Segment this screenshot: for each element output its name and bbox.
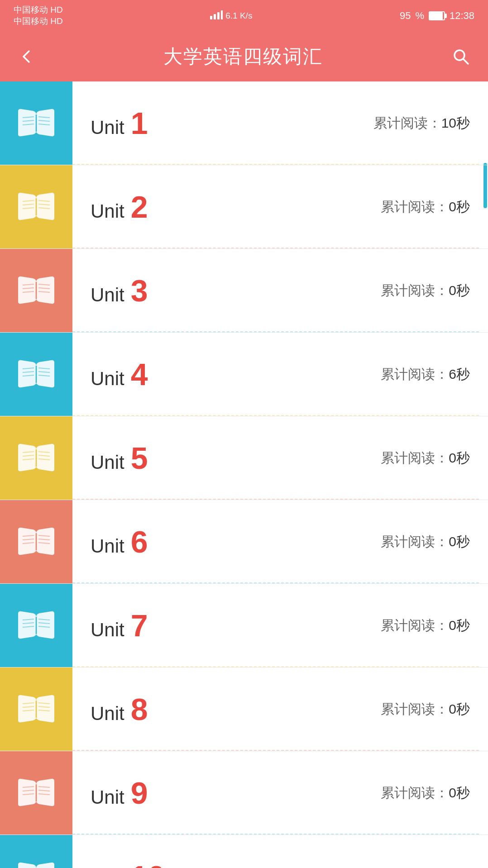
unit-word: Unit: [91, 703, 124, 725]
unit-item-2[interactable]: Unit 2 累计阅读：0秒: [0, 165, 488, 249]
unit-item-4[interactable]: Unit 4 累计阅读：6秒: [0, 333, 488, 416]
unit-label-5: Unit 5: [91, 443, 148, 473]
unit-number-10: 10: [131, 861, 165, 868]
unit-list: Unit 1 累计阅读：10秒: [0, 81, 488, 868]
reading-label: 累计阅读：: [373, 115, 441, 130]
unit-reading-8: 累计阅读：0秒: [381, 700, 470, 719]
unit-item-1[interactable]: Unit 1 累计阅读：10秒: [0, 81, 488, 165]
unit-icon-bg-9: [0, 751, 72, 835]
unit-number-3: 3: [131, 275, 148, 306]
unit-word: Unit: [91, 619, 124, 641]
reading-value-7: 0秒: [449, 618, 470, 633]
unit-number-6: 6: [131, 526, 148, 557]
reading-value-6: 0秒: [449, 534, 470, 549]
svg-rect-3: [221, 10, 223, 19]
reading-label: 累计阅读：: [381, 701, 449, 716]
unit-number-2: 2: [131, 191, 148, 222]
battery-icon: [429, 11, 445, 20]
unit-label-7: Unit 7: [91, 610, 148, 641]
unit-label-4: Unit 4: [91, 359, 148, 390]
unit-number-1: 1: [131, 108, 148, 138]
svg-line-5: [463, 59, 468, 64]
reading-value-9: 0秒: [449, 785, 470, 800]
book-icon-9: [16, 776, 57, 810]
unit-reading-6: 累计阅读：0秒: [381, 533, 470, 551]
search-button[interactable]: [452, 48, 470, 66]
book-icon-10: [16, 860, 57, 868]
unit-label-10: Unit 10: [91, 861, 165, 868]
unit-label-1: Unit 1: [91, 108, 148, 138]
reading-label: 累计阅读：: [381, 618, 449, 633]
page-title: 大学英语四级词汇: [163, 44, 323, 69]
carrier1-label: 中国移动 HD: [14, 5, 63, 16]
book-icon-4: [16, 358, 57, 391]
unit-content-1: Unit 1 累计阅读：10秒: [72, 81, 488, 165]
unit-icon-bg-7: [0, 584, 72, 667]
unit-number-8: 8: [131, 694, 148, 725]
book-icon-7: [16, 609, 57, 643]
unit-content-3: Unit 3 累计阅读：0秒: [72, 249, 488, 332]
unit-icon-bg-8: [0, 668, 72, 751]
unit-content-8: Unit 8 累计阅读：0秒: [72, 668, 488, 751]
reading-label: 累计阅读：: [381, 450, 449, 465]
unit-word: Unit: [91, 368, 124, 390]
book-icon-6: [16, 525, 57, 559]
unit-number-4: 4: [131, 359, 148, 390]
unit-word: Unit: [91, 535, 124, 557]
unit-item-3[interactable]: Unit 3 累计阅读：0秒: [0, 249, 488, 333]
time-display: 12:38: [450, 10, 474, 22]
unit-reading-3: 累计阅读：0秒: [381, 281, 470, 300]
unit-reading-4: 累计阅读：6秒: [381, 365, 470, 384]
unit-item-5[interactable]: Unit 5 累计阅读：0秒: [0, 416, 488, 500]
reading-value-5: 0秒: [449, 450, 470, 465]
unit-content-5: Unit 5 累计阅读：0秒: [72, 416, 488, 500]
carrier-info: 中国移动 HD 中国移动 HD: [14, 5, 63, 27]
unit-content-2: Unit 2 累计阅读：0秒: [72, 165, 488, 248]
reading-label: 累计阅读：: [381, 283, 449, 298]
unit-number-9: 9: [131, 777, 148, 808]
speed-label: 6.1 K/s: [225, 11, 252, 21]
book-icon-3: [16, 274, 57, 308]
unit-item-10[interactable]: Unit 10 累计阅读：0秒: [0, 835, 488, 868]
unit-reading-1: 累计阅读：10秒: [373, 114, 470, 133]
reading-label: 累计阅读：: [381, 199, 449, 214]
status-bar: 中国移动 HD 中国移动 HD 6.1 K/s 95% 12:38: [0, 0, 488, 32]
book-icon-5: [16, 441, 57, 475]
svg-rect-2: [217, 12, 220, 19]
unit-word: Unit: [91, 117, 124, 138]
carrier2-label: 中国移动 HD: [14, 16, 63, 27]
unit-icon-bg-1: [0, 81, 72, 165]
unit-item-6[interactable]: Unit 6 累计阅读：0秒: [0, 500, 488, 584]
unit-number-7: 7: [131, 610, 148, 641]
book-icon-2: [16, 190, 57, 224]
unit-label-3: Unit 3: [91, 275, 148, 306]
unit-content-9: Unit 9 累计阅读：0秒: [72, 751, 488, 835]
unit-icon-bg-2: [0, 165, 72, 248]
reading-value-2: 0秒: [449, 199, 470, 214]
reading-label: 累计阅读：: [381, 367, 449, 382]
reading-value-4: 6秒: [449, 367, 470, 382]
unit-reading-7: 累计阅读：0秒: [381, 616, 470, 635]
unit-content-7: Unit 7 累计阅读：0秒: [72, 584, 488, 667]
reading-value-3: 0秒: [449, 283, 470, 298]
unit-label-8: Unit 8: [91, 694, 148, 725]
reading-value-8: 0秒: [449, 701, 470, 716]
unit-icon-bg-4: [0, 333, 72, 416]
unit-icon-bg-10: [0, 835, 72, 868]
unit-label-6: Unit 6: [91, 526, 148, 557]
reading-label: 累计阅读：: [381, 534, 449, 549]
unit-item-9[interactable]: Unit 9 累计阅读：0秒: [0, 751, 488, 835]
unit-content-10: Unit 10 累计阅读：0秒: [72, 835, 488, 868]
time-battery: 95% 12:38: [400, 10, 474, 22]
unit-word: Unit: [91, 787, 124, 808]
book-icon-1: [16, 106, 57, 140]
unit-label-2: Unit 2: [91, 191, 148, 222]
unit-item-7[interactable]: Unit 7 累计阅读：0秒: [0, 584, 488, 668]
svg-rect-1: [214, 14, 216, 19]
unit-label-9: Unit 9: [91, 777, 148, 808]
reading-value-1: 10秒: [441, 115, 470, 130]
unit-item-8[interactable]: Unit 8 累计阅读：0秒: [0, 668, 488, 751]
unit-content-4: Unit 4 累计阅读：6秒: [72, 333, 488, 416]
reading-label: 累计阅读：: [381, 785, 449, 800]
back-button[interactable]: [18, 48, 34, 65]
